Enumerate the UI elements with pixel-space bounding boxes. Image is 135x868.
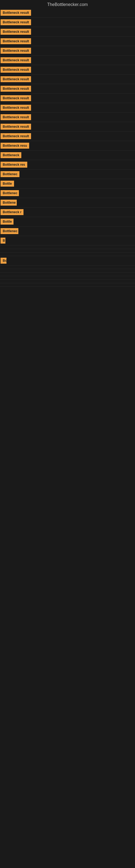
bottleneck-badge[interactable]: Bottleneck result bbox=[1, 133, 31, 139]
site-title: TheBottlenecker.com bbox=[0, 0, 135, 8]
bottleneck-row: Bottleneck result bbox=[0, 122, 135, 131]
bottleneck-row bbox=[0, 283, 135, 287]
bottleneck-badge[interactable]: Bottleneck bbox=[1, 152, 21, 158]
bottleneck-row: Bottleneck r bbox=[0, 208, 135, 217]
bottleneck-row: Bottleneck result bbox=[0, 131, 135, 141]
bottleneck-badge[interactable]: Bottleneck result bbox=[1, 95, 31, 101]
bottleneck-row: Bottlenec bbox=[0, 169, 135, 179]
bottleneck-badge[interactable]: Bottleneck resu bbox=[1, 143, 29, 149]
bottleneck-badge[interactable]: Bottleneck res bbox=[1, 162, 27, 167]
bottleneck-row: Bottle bbox=[0, 179, 135, 188]
bottleneck-row: Bottleneck result bbox=[0, 84, 135, 94]
bottleneck-badge[interactable]: Bottleneck result bbox=[1, 48, 31, 54]
bottleneck-row: Bottleneck result bbox=[0, 74, 135, 84]
bottleneck-badge[interactable]: Bottleneck result bbox=[1, 67, 31, 73]
bottleneck-badge[interactable]: Bottleneck result bbox=[1, 10, 31, 16]
bottleneck-row: Bottleneck result bbox=[0, 46, 135, 56]
bottleneck-badge[interactable]: Bottle bbox=[1, 181, 14, 187]
bottleneck-row bbox=[0, 249, 135, 252]
bottleneck-badge[interactable]: Bottleneck result bbox=[1, 124, 31, 130]
bottleneck-row: Bottlenec bbox=[0, 188, 135, 198]
bottleneck-row bbox=[0, 276, 135, 280]
bottleneck-badge[interactable]: Bottleneck result bbox=[1, 105, 31, 111]
bottleneck-row: Bottlene bbox=[0, 198, 135, 208]
bottleneck-row bbox=[0, 280, 135, 283]
bottleneck-row bbox=[0, 266, 135, 269]
bottleneck-badge[interactable]: Bottleneck result bbox=[1, 19, 31, 25]
bottleneck-row: Bottleneck result bbox=[0, 56, 135, 65]
bottleneck-row: Bottlenec bbox=[0, 226, 135, 236]
bottleneck-row: B bbox=[0, 236, 135, 246]
bottleneck-row: Bo bbox=[0, 256, 135, 266]
bottleneck-badge[interactable]: Bo bbox=[1, 258, 6, 264]
bottleneck-badge[interactable]: Bottlenec bbox=[1, 228, 18, 234]
bottleneck-row: Bottleneck result bbox=[0, 37, 135, 46]
bottleneck-row: Bottleneck resu bbox=[0, 141, 135, 151]
bottleneck-row: Bottleneck result bbox=[0, 18, 135, 27]
bottleneck-row bbox=[0, 252, 135, 256]
bottleneck-row: Bottleneck result bbox=[0, 65, 135, 74]
bottleneck-row: Bottleneck result bbox=[0, 27, 135, 37]
bottleneck-row: Bottleneck result bbox=[0, 103, 135, 113]
bottleneck-badge[interactable]: Bottleneck result bbox=[1, 86, 31, 92]
bottleneck-badge[interactable]: Bottleneck result bbox=[1, 76, 31, 82]
bottleneck-row bbox=[0, 246, 135, 249]
bottleneck-badge[interactable]: Bottleneck result bbox=[1, 57, 31, 63]
bottleneck-row: Bottleneck result bbox=[0, 94, 135, 103]
bottleneck-row: Bottleneck bbox=[0, 151, 135, 160]
bottleneck-badge[interactable]: Bottlene bbox=[1, 199, 17, 206]
bottleneck-badge[interactable]: Bottlenec bbox=[1, 171, 19, 177]
bottleneck-badge[interactable]: Bottle bbox=[1, 219, 13, 225]
bottleneck-row: Bottleneck res bbox=[0, 160, 135, 169]
bottleneck-badge[interactable]: B bbox=[1, 238, 5, 244]
bottleneck-row: Bottleneck result bbox=[0, 113, 135, 122]
bottleneck-row bbox=[0, 269, 135, 273]
bottleneck-row bbox=[0, 273, 135, 276]
bottleneck-row: Bottleneck result bbox=[0, 8, 135, 18]
bottleneck-badge[interactable]: Bottleneck result bbox=[1, 114, 31, 120]
bottleneck-badge[interactable]: Bottleneck r bbox=[1, 209, 24, 215]
bottleneck-badge[interactable]: Bottleneck result bbox=[1, 38, 31, 44]
bottleneck-badge[interactable]: Bottleneck result bbox=[1, 29, 31, 35]
bottleneck-badge[interactable]: Bottlenec bbox=[1, 190, 19, 196]
bottleneck-row: Bottle bbox=[0, 217, 135, 226]
